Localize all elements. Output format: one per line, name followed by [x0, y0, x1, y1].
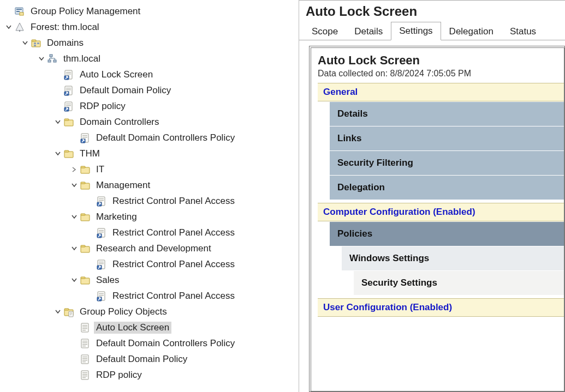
gpolink-icon [96, 227, 107, 238]
ou-icon [80, 180, 91, 191]
gpofolder-icon [63, 306, 74, 317]
domains-icon [31, 38, 41, 49]
tab-settings[interactable]: Settings [391, 22, 441, 40]
chevron-down-icon[interactable] [53, 118, 62, 126]
tab-delegation[interactable]: Delegation [441, 22, 502, 40]
chevron-down-icon[interactable] [70, 181, 79, 190]
chevron-down-icon[interactable] [53, 149, 62, 158]
tab-details[interactable]: Details [346, 22, 391, 40]
section-user-config[interactable]: User Configuration (Enabled) [318, 298, 564, 317]
ou-icon [80, 275, 91, 286]
report-collected: Data collected on: 8/8/2024 7:05:05 PM [318, 69, 564, 79]
tab-status[interactable]: Status [502, 22, 544, 40]
tree-item-label: Marketing [94, 211, 139, 223]
tree-item[interactable]: Default Domain Controllers Policy [0, 130, 299, 146]
tree-item[interactable]: Group Policy Management [0, 3, 299, 19]
tree-item[interactable]: Restrict Control Panel Access [0, 193, 299, 209]
tree-item-label: Forest: thm.local [28, 21, 102, 33]
section-computer-config[interactable]: Computer Configuration (Enabled) [318, 203, 564, 221]
tree-item-label: Research and Development [94, 243, 213, 255]
tree-item-label: Domains [45, 37, 86, 49]
tree-item[interactable]: RDP policy [0, 367, 299, 383]
tree-item-label: THM [78, 148, 102, 160]
row-policies[interactable]: Policies [330, 221, 564, 246]
gpolink-icon [63, 85, 74, 96]
tree-item[interactable]: Domain Controllers [0, 114, 299, 130]
tree-item-label: Auto Lock Screen [94, 322, 171, 334]
details-pane: Auto Lock Screen ScopeDetailsSettingsDel… [299, 0, 565, 392]
tree-item-label: Restrict Control Panel Access [110, 290, 237, 302]
tree-item-label: Restrict Control Panel Access [110, 258, 237, 270]
tree-item[interactable]: Restrict Control Panel Access [0, 256, 299, 272]
gpm-icon [14, 6, 25, 17]
gpo-icon [80, 354, 91, 365]
gpolink-icon [96, 259, 107, 270]
tree-item-label: Group Policy Management [28, 5, 142, 17]
chevron-down-icon[interactable] [4, 23, 13, 32]
gpolink-icon [96, 291, 107, 301]
tree-item[interactable]: Marketing [0, 209, 299, 225]
row-delegation[interactable]: Delegation [330, 175, 564, 200]
chevron-right-icon[interactable] [70, 165, 79, 174]
gpo-icon [80, 338, 91, 349]
tree-item-label: Default Domain Policy [94, 353, 189, 365]
tree-pane: Group Policy ManagementForest: thm.local… [0, 0, 299, 392]
section-general[interactable]: General [318, 83, 564, 101]
tabs: ScopeDetailsSettingsDelegationStatus [299, 21, 565, 40]
ou-icon [63, 117, 74, 128]
tree-item[interactable]: RDP policy [0, 98, 299, 114]
chevron-down-icon[interactable] [70, 276, 79, 285]
tree-item-label: Sales [94, 274, 122, 286]
forest-icon [14, 22, 25, 33]
tab-scope[interactable]: Scope [304, 22, 346, 40]
gpolink-icon [63, 101, 74, 112]
chevron-down-icon[interactable] [70, 244, 79, 253]
chevron-down-icon[interactable] [53, 307, 62, 316]
tree-item-label: Default Domain Controllers Policy [94, 337, 237, 349]
tree-item[interactable]: Default Domain Policy [0, 351, 299, 367]
ou-icon [80, 243, 91, 254]
ou-icon [80, 164, 91, 175]
tree-item[interactable]: Domains [0, 35, 299, 51]
tree-item[interactable]: Forest: thm.local [0, 19, 299, 35]
gpolink-icon [63, 69, 74, 80]
row-windows-settings[interactable]: Windows Settings [342, 246, 564, 270]
tree-item[interactable]: Management [0, 177, 299, 193]
row-security-filtering[interactable]: Security Filtering [330, 150, 564, 175]
tree-item[interactable]: Auto Lock Screen [0, 67, 299, 82]
row-links[interactable]: Links [330, 126, 564, 150]
gpolink-icon [80, 132, 91, 143]
tree-item-label: IT [94, 164, 106, 176]
chevron-down-icon[interactable] [21, 39, 29, 47]
tree-item[interactable]: Group Policy Objects [0, 304, 299, 319]
tree-item[interactable]: Restrict Control Panel Access [0, 225, 299, 240]
tree-item-label: Default Domain Policy [78, 85, 173, 97]
tree-item[interactable]: IT [0, 161, 299, 177]
domain-icon [47, 53, 58, 64]
gpmc-tree[interactable]: Group Policy ManagementForest: thm.local… [0, 3, 299, 383]
tree-item[interactable]: Default Domain Policy [0, 82, 299, 98]
tree-item-label: RDP policy [94, 369, 144, 381]
tree-item[interactable]: THM [0, 146, 299, 161]
tree-item-label: thm.local [61, 53, 103, 65]
row-details[interactable]: Details [330, 101, 564, 126]
tree-item-label: Management [94, 179, 152, 191]
tree-item[interactable]: Default Domain Controllers Policy [0, 335, 299, 351]
tree-item-label: Restrict Control Panel Access [110, 195, 237, 207]
tree-item-label: Restrict Control Panel Access [110, 227, 237, 239]
tree-item-label: Group Policy Objects [78, 306, 169, 318]
chevron-down-icon[interactable] [37, 55, 46, 63]
gpo-icon [80, 370, 91, 381]
tree-item-label: RDP policy [78, 100, 128, 112]
tree-item[interactable]: thm.local [0, 51, 299, 67]
tree-item-label: Auto Lock Screen [78, 69, 155, 81]
tree-item[interactable]: Sales [0, 272, 299, 288]
chevron-down-icon[interactable] [70, 213, 79, 221]
gpo-icon [80, 322, 91, 333]
tree-item[interactable]: Auto Lock Screen [0, 319, 299, 335]
tree-item[interactable]: Restrict Control Panel Access [0, 288, 299, 304]
tree-item[interactable]: Research and Development [0, 240, 299, 256]
report-title: Auto Lock Screen [318, 53, 564, 68]
row-security-settings[interactable]: Security Settings [354, 270, 564, 295]
tree-item-label: Default Domain Controllers Policy [94, 132, 237, 144]
